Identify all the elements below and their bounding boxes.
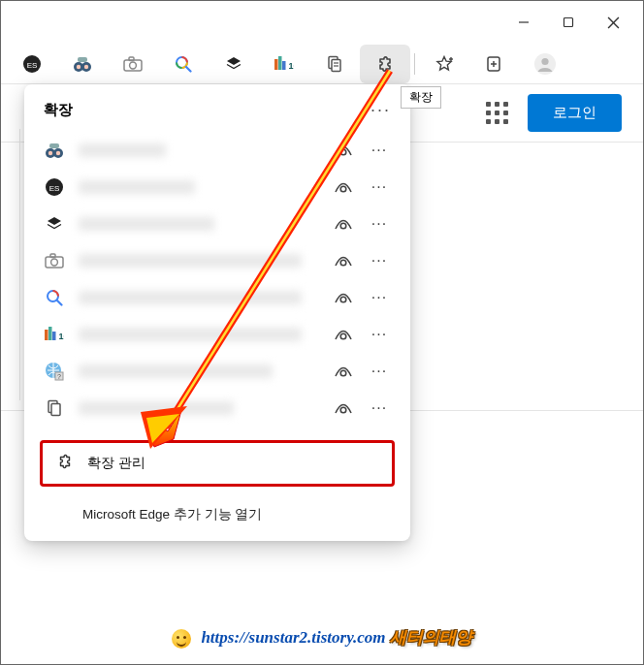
extension-item[interactable]: ? ··· <box>28 353 406 390</box>
extensions-list: ··· ES ··· ··· ··· ·· <box>24 130 410 434</box>
svg-rect-58 <box>51 404 60 416</box>
visibility-icon[interactable] <box>333 402 354 414</box>
svg-rect-17 <box>278 56 282 70</box>
item-more-icon[interactable]: ··· <box>368 142 391 159</box>
svg-rect-35 <box>49 143 59 148</box>
svg-rect-13 <box>129 57 134 61</box>
item-more-icon[interactable]: ··· <box>368 289 391 306</box>
svg-text:10: 10 <box>59 332 65 341</box>
visibility-icon[interactable] <box>333 255 354 267</box>
item-more-icon[interactable]: ··· <box>368 178 391 196</box>
extension-item[interactable]: ··· <box>28 279 406 316</box>
extension-item[interactable]: ··· <box>28 132 406 169</box>
es-badge-icon[interactable]: ES <box>7 45 57 83</box>
extension-name-blurred <box>79 217 214 231</box>
puzzle-icon[interactable] <box>360 45 410 83</box>
layers-icon[interactable] <box>209 45 259 83</box>
emoji-icon <box>172 629 191 649</box>
item-more-icon[interactable]: ··· <box>368 215 391 233</box>
magnifier-colorful-icon[interactable] <box>158 45 209 83</box>
login-button[interactable]: 로그인 <box>528 94 622 132</box>
watermark-url: https://sunstar2.tistory.com <box>201 628 385 647</box>
extension-item[interactable]: ··· <box>28 390 406 427</box>
item-more-icon[interactable]: ··· <box>368 326 391 343</box>
popup-more-icon[interactable]: ··· <box>370 100 391 120</box>
extension-item[interactable]: ··· <box>28 206 406 242</box>
svg-point-47 <box>340 297 346 302</box>
svg-point-36 <box>340 149 346 155</box>
svg-rect-50 <box>52 332 56 340</box>
minimize-button[interactable] <box>501 7 546 38</box>
manage-label: 확장 관리 <box>87 455 145 472</box>
extension-name-blurred <box>79 328 302 341</box>
favorites-icon[interactable] <box>419 45 469 83</box>
counter10-icon[interactable]: 10 <box>259 45 309 83</box>
svg-point-34 <box>56 151 60 155</box>
svg-rect-1 <box>564 18 573 27</box>
layers-icon <box>44 213 65 235</box>
item-more-icon[interactable]: ··· <box>368 252 391 269</box>
titlebar <box>1 1 643 44</box>
extension-name-blurred <box>79 180 195 194</box>
magnifier-colorful-icon <box>44 287 65 308</box>
svg-point-8 <box>77 64 80 68</box>
svg-rect-10 <box>78 57 87 62</box>
extensions-popup: 확장 ··· ··· ES ··· ··· <box>24 84 410 541</box>
svg-point-39 <box>340 186 346 192</box>
svg-text:ES: ES <box>49 184 60 193</box>
es-badge-icon: ES <box>44 176 65 198</box>
item-more-icon[interactable]: ··· <box>368 399 391 417</box>
svg-rect-48 <box>45 330 48 340</box>
camera-icon[interactable] <box>108 45 158 83</box>
svg-point-59 <box>340 407 346 413</box>
globe-q-icon: ? <box>44 361 65 382</box>
visibility-icon[interactable] <box>333 329 354 340</box>
svg-line-46 <box>57 301 62 305</box>
copy-doc-icon[interactable] <box>309 45 360 83</box>
extension-name-blurred <box>79 364 273 378</box>
copy-doc-icon <box>44 397 65 419</box>
svg-point-42 <box>51 259 58 266</box>
svg-point-12 <box>130 62 137 69</box>
toolbar-separator <box>414 53 415 75</box>
svg-point-40 <box>340 223 346 229</box>
visibility-icon[interactable] <box>333 144 354 156</box>
binoculars-icon[interactable] <box>57 45 108 83</box>
watermark-brand: 새터의태양 <box>390 628 472 647</box>
apps-launcher-icon[interactable] <box>486 102 508 124</box>
svg-text:?: ? <box>57 373 61 380</box>
svg-line-15 <box>186 67 191 72</box>
close-button[interactable] <box>591 7 635 38</box>
svg-rect-16 <box>274 59 278 70</box>
visibility-icon[interactable] <box>333 365 354 377</box>
visibility-icon[interactable] <box>333 218 354 230</box>
extensions-toolbar: ES 10 <box>1 44 643 84</box>
visibility-icon[interactable] <box>333 292 354 303</box>
sidebar-stub <box>1 129 20 400</box>
collections-icon[interactable] <box>469 45 520 83</box>
extension-item[interactable]: ··· <box>28 242 406 279</box>
extensions-tooltip: 확장 <box>401 86 441 109</box>
binoculars-icon <box>44 140 65 161</box>
extension-name-blurred <box>79 291 302 304</box>
extension-item[interactable]: 10 ··· <box>28 316 406 353</box>
camera-icon <box>44 250 65 271</box>
maximize-button[interactable] <box>546 7 591 38</box>
svg-point-30 <box>541 57 548 64</box>
svg-text:ES: ES <box>27 60 38 69</box>
open-addons-link[interactable]: Microsoft Edge 추가 기능 열기 <box>34 496 401 529</box>
extension-name-blurred <box>79 254 302 268</box>
svg-rect-49 <box>48 327 52 340</box>
profile-icon[interactable] <box>520 45 570 83</box>
counter10-icon: 10 <box>44 324 65 345</box>
svg-point-52 <box>340 333 346 339</box>
manage-extensions-button[interactable]: 확장 관리 <box>40 440 395 487</box>
extension-name-blurred <box>79 143 166 157</box>
visibility-icon[interactable] <box>333 181 354 193</box>
item-more-icon[interactable]: ··· <box>368 363 391 380</box>
svg-point-44 <box>340 260 346 266</box>
puzzle-icon <box>56 453 74 474</box>
svg-point-9 <box>84 64 88 68</box>
extension-name-blurred <box>79 401 234 415</box>
extension-item[interactable]: ES ··· <box>28 169 406 206</box>
